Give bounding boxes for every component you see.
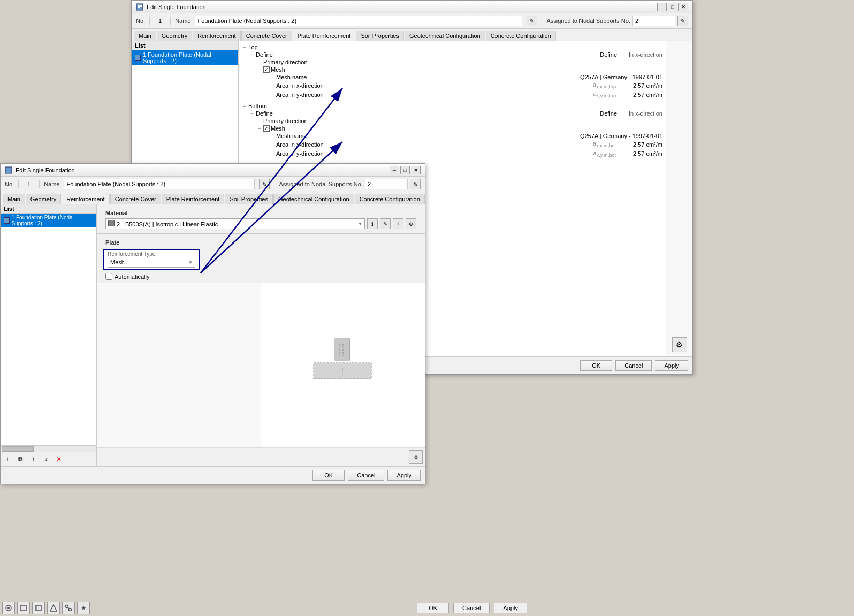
tab-plate-reinforcement-back[interactable]: Plate Reinforcement [293,31,356,41]
front-left-empty [97,283,261,447]
list-add-btn[interactable]: + [2,453,13,465]
list-delete-btn[interactable]: ✕ [53,453,65,465]
taskbar-icon-3 [35,604,42,612]
front-tab-geo-config[interactable]: Geotechnical Configuration [273,194,354,204]
svg-rect-3 [138,7,140,8]
tab-main-back[interactable]: Main [134,31,156,41]
material-info-btn[interactable]: ℹ [367,218,378,229]
tree-define-bottom-expand[interactable] [249,111,255,116]
front-tab-soil[interactable]: Soil Properties [225,194,273,204]
taskbar-cancel-button[interactable]: Cancel [453,603,490,613]
edit-name-button[interactable]: ✎ [527,16,537,26]
tab-concrete-config-back[interactable]: Concrete Configuration [486,31,556,41]
tab-concrete-cover-back[interactable]: Concrete Cover [241,31,292,41]
front-list-scroll[interactable]: 1 Foundation Plate (Nodal Supports : 2) [1,214,96,445]
material-row: 2 - B500S(A) | Isotropic | Linear Elasti… [101,217,421,230]
front-bottom-buttons: OK Cancel Apply [1,466,425,484]
svg-point-21 [66,605,68,607]
front-no-input[interactable] [18,180,40,188]
tab-geo-config-back[interactable]: Geotechnical Configuration [405,31,485,41]
assigned-edit-button[interactable]: ✎ [677,16,688,26]
tree-mesh-bottom: Mesh [256,125,664,132]
front-edit-name-button[interactable]: ✎ [259,179,270,189]
front-tab-geometry[interactable]: Geometry [26,194,61,204]
back-ok-button[interactable]: OK [580,360,612,371]
mesh-bottom-checkbox[interactable] [263,125,270,132]
material-new-btn[interactable]: + [393,218,403,229]
tree-mesh-top-expand[interactable] [257,67,262,72]
automatically-checkbox[interactable] [105,273,112,280]
front-ok-button[interactable]: OK [312,470,345,481]
mesh-top-checkbox[interactable] [263,66,270,73]
front-assigned-edit-button[interactable]: ✎ [410,179,421,189]
window-icon [136,3,143,11]
back-apply-button[interactable]: Apply [655,360,688,371]
front-name-input[interactable] [64,179,255,189]
tree-mesh-top-children: Mesh name Q257A | Germany - 1997-01-01 A… [256,73,664,99]
tree-top-row: Top [241,43,664,51]
close-button[interactable]: ✕ [678,3,688,11]
tab-reinforcement-back[interactable]: Reinforcement [193,31,241,41]
tree-area-y-top: Area in y-direction ax,y,m,top 2.57 cm²/… [269,90,664,99]
front-tab-reinforcement[interactable]: Reinforcement [62,194,110,204]
back-window-titlebar: Edit Single Foundation ─ □ ✕ [132,1,692,13]
front-assigned-input[interactable] [365,179,408,189]
reinforcement-type-dropdown[interactable]: Mesh ▼ [108,257,195,268]
material-pick-btn[interactable]: ⊕ [406,218,416,229]
front-apply-button[interactable]: Apply [387,470,421,481]
taskbar-ok-button[interactable]: OK [417,603,449,613]
tab-soil-back[interactable]: Soil Properties [356,31,404,41]
back-list-item-1[interactable]: 1 Foundation Plate (Nodal Supports : 2) [132,50,238,65]
front-tab-content: List 1 Foundation Plate (Nodal Supports … [1,204,425,466]
front-tab-plate-reinforcement[interactable]: Plate Reinforcement [162,194,225,204]
list-copy-btn[interactable]: ⧉ [14,453,26,465]
tree-area-x-top: Area in x-direction ax,x,m,top 2.57 cm²/… [269,81,664,90]
taskbar-icon-4 [50,604,57,612]
front-list-item-1[interactable]: 1 Foundation Plate (Nodal Supports : 2) [1,214,96,227]
back-cancel-button[interactable]: Cancel [615,360,652,371]
svg-rect-5 [6,169,11,169]
tree-bottom-expand[interactable] [242,103,247,109]
automatically-row: Automatically [101,272,421,281]
taskbar-btn-6[interactable]: ★ [77,602,90,614]
front-tab-concrete-config[interactable]: Concrete Configuration [355,194,425,204]
assigned-input[interactable] [632,16,675,26]
front-cancel-button[interactable]: Cancel [348,470,384,481]
back-right-icon-btn[interactable]: ⚙ [672,337,687,352]
maximize-button[interactable]: □ [668,3,677,11]
taskbar-btn-2[interactable] [17,602,30,614]
front-tab-main[interactable]: Main [3,194,25,204]
taskbar-icon-5 [65,604,72,612]
minimize-button[interactable]: ─ [657,3,667,11]
material-dropdown[interactable]: 2 - B500S(A) | Isotropic | Linear Elasti… [105,218,365,229]
svg-rect-1 [138,5,142,6]
tree-define-top-expand[interactable] [249,52,255,57]
svg-point-22 [69,608,72,611]
list-move-down-btn[interactable]: ↓ [40,453,52,465]
front-scroll-thumb[interactable] [2,446,34,452]
no-input[interactable] [149,17,171,25]
front-window-icon [5,166,12,174]
front-close-button[interactable]: ✕ [411,166,421,174]
taskbar-btn-1[interactable] [2,602,15,614]
material-edit-btn[interactable]: ✎ [380,218,391,229]
taskbar-btn-3[interactable] [32,602,45,614]
back-window-title: Edit Single Foundation [136,3,206,11]
front-window-title: Edit Single Foundation [5,166,75,174]
taskbar-btn-5[interactable] [62,602,75,614]
taskbar-btn-4[interactable] [47,602,60,614]
taskbar-apply-button[interactable]: Apply [494,603,527,613]
svg-rect-17 [21,605,26,611]
front-minimize-button[interactable]: ─ [390,166,399,174]
name-input[interactable] [195,16,522,26]
front-maximize-button[interactable]: □ [400,166,410,174]
tab-geometry-back[interactable]: Geometry [157,31,192,41]
tree-top-expand[interactable] [242,44,247,50]
front-horiz-scrollbar[interactable] [1,445,96,452]
tree-mesh-bottom-expand[interactable] [257,126,262,131]
list-move-up-btn[interactable]: ↑ [27,453,39,465]
front-bottom-icon-btn[interactable]: ⚙ [409,450,423,464]
front-tab-concrete-cover[interactable]: Concrete Cover [110,194,161,204]
svg-marker-20 [50,605,57,611]
front-main-content: Material 2 - B500S(A) | Isotropic | Line… [97,204,425,466]
